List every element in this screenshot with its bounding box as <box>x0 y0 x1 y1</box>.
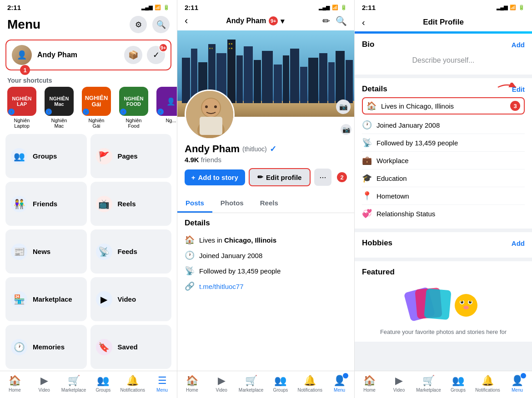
edit-nav-notifications[interactable]: 🔔 Notifications <box>473 375 502 393</box>
groups-nav-icon: 👥 <box>97 375 109 387</box>
nav-groups[interactable]: 👥 Groups <box>88 375 118 393</box>
joined-text: Joined January 2008 <box>199 252 262 259</box>
edit-nav-home[interactable]: 🏠 Home <box>355 375 384 393</box>
friends-count: 4.9K friends <box>185 156 347 164</box>
profile-time: 2:11 <box>185 4 198 11</box>
svg-rect-26 <box>209 48 211 49</box>
edit-nav-menu[interactable]: 👤 Menu <box>502 375 532 393</box>
bio-add-button[interactable]: Add <box>512 41 525 49</box>
shortcut-nghien-mac[interactable]: NGHIÊNMac f NghiênMac <box>43 87 75 129</box>
svg-point-33 <box>205 105 208 108</box>
edit-profile-button[interactable]: ✏ Edit profile <box>249 168 311 186</box>
signal-edit-icon: 📡 <box>362 138 372 148</box>
shortcut-nghien-laptop[interactable]: NGHIÊNLAP f NghiênLaptop <box>5 87 38 129</box>
profile-nav-notifications[interactable]: 🔔 Notifications <box>295 375 325 393</box>
profile-nav-menu[interactable]: 👤 Menu <box>325 375 354 393</box>
lives-in-text: Lives in Chicago, Illinois <box>381 102 454 110</box>
tab-photos[interactable]: Photos <box>212 194 252 213</box>
avatar-image: 👤 <box>12 45 32 65</box>
profile-edit-icon[interactable]: ✏ <box>322 15 330 26</box>
shortcut-icon-other: 👤 f <box>156 87 177 116</box>
profile-search-icon[interactable]: 🔍 <box>336 15 347 26</box>
username-tag: (thitluoc) <box>242 145 267 153</box>
avatar-camera-button[interactable]: 📷 <box>340 123 352 136</box>
battery-icon-p: 🔋 <box>341 5 347 10</box>
menu-item-memories[interactable]: 🕐 Memories <box>5 325 87 369</box>
notifications-nav-label-e: Notifications <box>475 388 500 393</box>
nav-notifications[interactable]: 🔔 Notifications <box>118 375 147 393</box>
detail-relationship-edit[interactable]: 💞 Relationship Status <box>362 205 525 222</box>
menu-item-feeds[interactable]: 📡 Feeds <box>90 229 172 274</box>
messenger-icon-button[interactable]: 📦 <box>124 46 142 64</box>
detail-workplace-edit[interactable]: 💼 Workplace <box>362 152 525 169</box>
wifi-icon: 📶 <box>155 5 161 10</box>
profile-back-button[interactable]: ‹ <box>185 15 188 27</box>
shortcut-nghien-gai[interactable]: NGHIÊNGái f NghiênGái <box>80 87 113 129</box>
profile-row[interactable]: 👤 Andy Pham 📦 ✓ 9+ 1 <box>5 40 171 70</box>
profile-info: Andy Pham (thitluoc) ✓ 4.9K friends + Ad… <box>177 139 354 190</box>
profile-nav-home[interactable]: 🏠 Home <box>177 375 207 393</box>
groups-nav-icon-e: 👥 <box>452 375 464 387</box>
detail-lives-in-highlighted[interactable]: 🏠 Lives in Chicago, Illinois 3 <box>362 97 525 114</box>
gear-icon: ⚙ <box>135 20 142 30</box>
tab-posts[interactable]: Posts <box>177 194 212 213</box>
profile-nav-marketplace[interactable]: 🛒 Marketplace <box>236 375 266 393</box>
bio-placeholder[interactable]: Describe yourself... <box>362 53 525 68</box>
menu-search-icon: 🔍 <box>156 20 166 30</box>
featured-title: Featured <box>362 268 395 277</box>
menu-item-news[interactable]: 📰 News <box>5 229 87 274</box>
featured-section-header: Featured <box>362 268 525 277</box>
menu-item-pages[interactable]: 🚩 Pages <box>90 134 172 178</box>
detail-hometown-edit[interactable]: 📍 Hometown <box>362 187 525 205</box>
shortcut-nghien-other[interactable]: 👤 f Ng... <box>155 87 177 129</box>
notifications-nav-icon-p: 🔔 <box>304 375 316 387</box>
detail-joined-edit: 🕐 Joined January 2008 <box>362 116 525 134</box>
nav-marketplace[interactable]: 🛒 Marketplace <box>59 375 89 393</box>
check-icon: ✓ <box>153 50 160 60</box>
featured-section: Featured Feature your favorite photos an… <box>355 261 532 342</box>
profile-panel: 2:11 ▂▄▆ 📶 🔋 ‹ Andy Pham 9+ ▾ ✏ 🔍 <box>177 0 355 398</box>
nav-home[interactable]: 🏠 Home <box>0 375 30 393</box>
battery-icon: 🔋 <box>163 5 170 10</box>
profile-nav-video[interactable]: ▶ Video <box>207 375 236 393</box>
nav-video[interactable]: ▶ Video <box>30 375 59 393</box>
check-icon-button[interactable]: ✓ 9+ <box>147 46 165 64</box>
notification-icons: 📦 ✓ 9+ <box>124 46 165 64</box>
shortcut-sub-icon-gai: f <box>83 109 89 115</box>
featured-illustration <box>398 285 489 321</box>
detail-link[interactable]: 🔗 t.me/thitluoc77 <box>185 279 347 294</box>
profile-nav-groups[interactable]: 👥 Groups <box>266 375 295 393</box>
pages-icon: 🚩 <box>96 148 112 164</box>
edit-nav-video[interactable]: ▶ Video <box>384 375 414 393</box>
tab-reels[interactable]: Reels <box>252 194 286 213</box>
edit-profile-panel: 2:11 ▂▄▆ 📶 🔋 ‹ Edit Profile Bio Add Desc… <box>355 0 532 398</box>
add-to-story-button[interactable]: + Add to story <box>185 169 245 185</box>
notifications-nav-icon: 🔔 <box>126 375 139 387</box>
marketplace-nav-icon-p: 🛒 <box>245 375 257 387</box>
edit-nav-groups[interactable]: 👥 Groups <box>443 375 473 393</box>
edit-back-button[interactable]: ‹ <box>362 17 365 28</box>
menu-search-button[interactable]: 🔍 <box>152 16 170 33</box>
groups-nav-label-p: Groups <box>273 388 288 393</box>
menu-item-friends[interactable]: 👫 Friends <box>5 182 87 226</box>
shortcut-nghien-food[interactable]: NGHIÊNFOOD f NghiênFood <box>117 87 150 129</box>
detail-education-edit[interactable]: 🎓 Education <box>362 169 525 187</box>
profile-avatar-large <box>185 90 235 139</box>
nav-menu[interactable]: ☰ Menu <box>147 375 177 393</box>
shortcut-sub-icon: f <box>8 109 15 115</box>
edit-nav-marketplace[interactable]: 🛒 Marketplace <box>414 375 443 393</box>
fullname-text: Andy Pham <box>185 143 240 155</box>
profile-nav-center: Andy Pham 9+ ▾ <box>226 16 284 25</box>
menu-item-reels[interactable]: 📺 Reels <box>90 182 172 226</box>
menu-item-groups[interactable]: 👥 Groups <box>5 134 87 178</box>
edit-header: ‹ Edit Profile <box>355 13 532 31</box>
menu-item-marketplace[interactable]: 🏪 Marketplace <box>5 277 87 321</box>
hobbies-add-button[interactable]: Add <box>512 239 525 247</box>
menu-title: Menu <box>7 17 40 32</box>
menu-item-saved[interactable]: 🔖 Saved <box>90 325 172 369</box>
hobbies-section-header: Hobbies Add <box>362 239 525 248</box>
menu-item-video[interactable]: ▶ Video <box>90 277 172 321</box>
video-nav-icon: ▶ <box>40 375 48 387</box>
more-button[interactable]: ··· <box>314 169 331 186</box>
menu-gear-button[interactable]: ⚙ <box>130 16 147 33</box>
